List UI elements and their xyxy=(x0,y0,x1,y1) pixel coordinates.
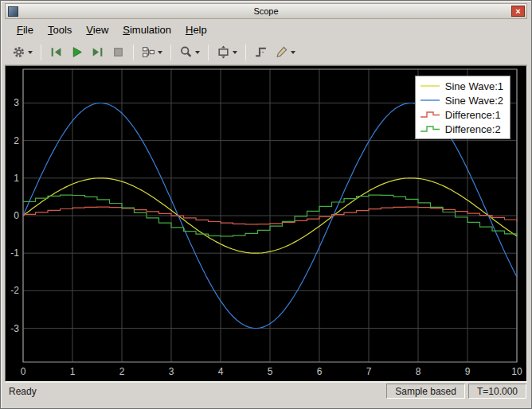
legend-item[interactable]: Sine Wave:2 xyxy=(420,93,503,107)
status-bar: Ready Sample based T=10.000 xyxy=(5,382,527,399)
scope-window: Scope × FileToolsViewSimulationHelp 0123… xyxy=(0,0,532,409)
run-button[interactable] xyxy=(67,42,87,62)
dropdown-arrow-icon xyxy=(233,51,237,54)
y-tick-label: 1 xyxy=(14,173,19,184)
legend-label: Sine Wave:2 xyxy=(445,95,503,107)
toolbar-separator xyxy=(170,45,171,60)
menu-tools[interactable]: Tools xyxy=(41,21,79,39)
menu-simulation[interactable]: Simulation xyxy=(115,21,178,39)
menu-help[interactable]: Help xyxy=(178,21,214,39)
y-tick-label: -1 xyxy=(10,247,19,259)
simulation-time: T=10.000 xyxy=(468,384,526,399)
plot-panel[interactable]: 012345678910-3-2-10123 Sine Wave:1Sine W… xyxy=(5,65,527,382)
x-tick-label: 0 xyxy=(21,366,26,377)
dropdown-arrow-icon xyxy=(291,51,295,54)
legend-label: Difference:1 xyxy=(445,109,501,121)
step-back-icon xyxy=(49,45,63,59)
signal-selector-button[interactable] xyxy=(139,42,166,62)
window-title: Scope xyxy=(6,6,526,16)
y-tick-label: -3 xyxy=(10,323,19,334)
toolbar-separator xyxy=(41,45,41,60)
step-forward-icon xyxy=(91,45,104,59)
run-icon xyxy=(70,45,84,59)
stop-icon xyxy=(111,45,125,59)
step-forward-button[interactable] xyxy=(88,42,108,62)
status-text: Ready xyxy=(6,386,383,397)
toolbar-separator xyxy=(208,45,209,60)
scale-axes-icon xyxy=(217,45,230,59)
settings-button[interactable] xyxy=(9,42,36,62)
sample-mode-indicator: Sample based xyxy=(386,384,465,399)
x-tick-label: 2 xyxy=(119,366,125,377)
x-tick-label: 9 xyxy=(465,366,471,377)
y-tick-label: -2 xyxy=(10,285,19,296)
toolbar-separator xyxy=(133,45,134,60)
dropdown-arrow-icon xyxy=(28,51,33,54)
zoom-button[interactable] xyxy=(176,42,203,62)
y-tick-label: 3 xyxy=(14,97,19,108)
x-tick-label: 1 xyxy=(70,366,76,377)
menu-file[interactable]: File xyxy=(10,21,41,39)
triggers-icon xyxy=(254,45,268,59)
legend-line-sample-icon xyxy=(420,81,440,91)
y-tick-label: 2 xyxy=(14,135,19,146)
toolbar xyxy=(5,40,527,65)
triggers-button[interactable] xyxy=(251,42,271,62)
legend-item[interactable]: Difference:1 xyxy=(420,107,503,122)
stop-button[interactable] xyxy=(108,42,128,62)
x-tick-label: 6 xyxy=(317,366,323,377)
gear-icon xyxy=(12,45,25,59)
dropdown-arrow-icon xyxy=(158,51,162,54)
legend-line-sample-icon xyxy=(420,124,440,134)
legend-item[interactable]: Difference:2 xyxy=(420,122,503,136)
x-tick-label: 5 xyxy=(268,366,273,377)
scale-axes-button[interactable] xyxy=(213,42,241,62)
menu-bar: FileToolsViewSimulationHelp xyxy=(5,19,527,40)
x-tick-label: 4 xyxy=(218,366,224,377)
x-tick-label: 10 xyxy=(511,366,522,377)
legend-label: Sine Wave:1 xyxy=(445,80,503,92)
legend-label: Difference:2 xyxy=(445,123,501,135)
dropdown-arrow-icon xyxy=(195,51,200,54)
legend: Sine Wave:1Sine Wave:2Difference:1Differ… xyxy=(415,76,510,139)
legend-item[interactable]: Sine Wave:1 xyxy=(420,79,503,93)
title-bar[interactable]: Scope × xyxy=(5,3,527,19)
menu-view[interactable]: View xyxy=(79,21,115,39)
step-back-button[interactable] xyxy=(46,42,66,62)
toolbar-separator xyxy=(245,45,246,60)
legend-line-sample-icon xyxy=(420,95,440,105)
x-tick-label: 8 xyxy=(416,366,421,377)
x-tick-label: 3 xyxy=(169,366,174,377)
x-tick-label: 7 xyxy=(366,366,372,377)
signal-selector-icon xyxy=(142,45,155,59)
legend-line-sample-icon xyxy=(420,110,440,119)
y-tick-label: 0 xyxy=(14,210,19,221)
measurements-icon xyxy=(275,45,288,59)
measurements-button[interactable] xyxy=(272,42,299,62)
zoom-icon xyxy=(179,45,193,59)
